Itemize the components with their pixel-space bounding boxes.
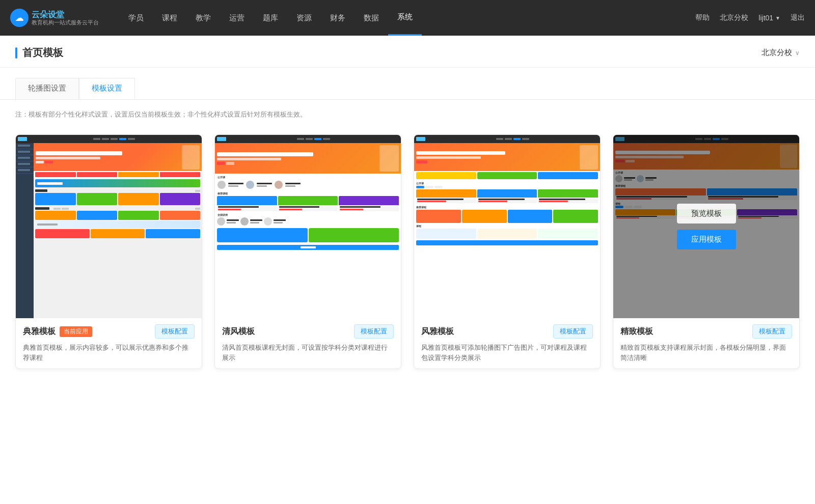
tabs-container: 轮播图设置 模板设置 — [0, 68, 815, 100]
template-card-qingfeng: 公开课 — [214, 134, 401, 369]
mock-logo — [18, 137, 27, 141]
tab-carousel[interactable]: 轮播图设置 — [15, 78, 79, 99]
template-desc-jingzhi: 精致首页模板支持课程展示封面，各模板分隔明显，界面简洁清晰 — [620, 343, 792, 362]
template-name-fengya: 风雅模板 — [421, 326, 454, 337]
template-footer-dianyan: 典雅模板 当前应用 模板配置 典雅首页模板，展示内容较多，可以展示优惠券和多个推… — [16, 318, 202, 369]
nav-item-operations[interactable]: 运营 — [220, 0, 254, 36]
user-dropdown[interactable]: lijt01 ▼ — [758, 14, 780, 22]
mock-main-content — [34, 143, 202, 318]
note-text: 注：模板有部分个性化样式设置，设置后仅当前模板生效；非个性化样式设置后针对所有模… — [0, 100, 815, 124]
preview-mockup-t1 — [16, 135, 202, 318]
template-footer-fengya: 风雅模板 模板配置 风雅首页模板可添加轮播图下广告图片，可对课程及课程包设置学科… — [414, 318, 600, 369]
tabs: 轮播图设置 模板设置 — [15, 78, 800, 99]
template-badge-dianyan: 当前应用 — [60, 326, 92, 337]
nav-menu: 学员 课程 教学 运营 题库 资源 财务 数据 系统 — [119, 0, 695, 36]
nav-item-students[interactable]: 学员 — [119, 0, 153, 36]
header-right: 帮助 北京分校 lijt01 ▼ 退出 — [695, 13, 805, 22]
mock-nav-items — [29, 138, 200, 140]
mock-nav — [16, 135, 202, 143]
template-footer-jingzhi: 精致模板 模板配置 精致首页模板支持课程展示封面，各模板分隔明显，界面简洁清晰 — [613, 318, 799, 369]
template-preview-dianyan[interactable] — [16, 135, 202, 318]
template-desc-fengya: 风雅首页模板可添加轮播图下广告图片，可对课程及课程包设置学科分类展示 — [421, 343, 593, 362]
page-title: 首页模板 — [15, 46, 63, 60]
page-header: 首页模板 北京分校 ∨ — [0, 36, 815, 68]
template-card-dianyan: 典雅模板 当前应用 模板配置 典雅首页模板，展示内容较多，可以展示优惠券和多个推… — [15, 134, 202, 369]
school-link[interactable]: 北京分校 — [720, 13, 748, 22]
help-link[interactable]: 帮助 — [695, 13, 710, 22]
template-config-btn-dianyan[interactable]: 模板配置 — [155, 324, 195, 339]
mock-logo-t2 — [217, 137, 226, 141]
tab-template[interactable]: 模板设置 — [79, 78, 135, 99]
nav-item-system[interactable]: 系统 — [388, 0, 422, 36]
template-name-row-qingfeng: 清风模板 模板配置 — [222, 324, 394, 339]
template-preview-qingfeng[interactable]: 公开课 — [215, 135, 401, 318]
template-footer-qingfeng: 清风模板 模板配置 清风首页模板课程无封面，可设置按学科分类对课程进行展示 — [215, 318, 401, 369]
mock-sidebar — [16, 143, 34, 318]
main-content: 首页模板 北京分校 ∨ 轮播图设置 模板设置 注：模板有部分个性化样式设置，设置… — [0, 36, 815, 504]
template-config-btn-fengya[interactable]: 模板配置 — [553, 324, 593, 339]
template-preview-fengya[interactable]: 公开课 — [414, 135, 600, 318]
logo[interactable]: ☁ 云朵设堂 教育机构一站式服务云平台 — [10, 9, 99, 27]
template-name-row-dianyan: 典雅模板 当前应用 模板配置 — [23, 324, 195, 339]
chevron-down-icon: ∨ — [795, 49, 800, 57]
preview-mockup-t2: 公开课 — [215, 135, 401, 318]
template-config-btn-jingzhi[interactable]: 模板配置 — [752, 324, 792, 339]
nav-item-questions[interactable]: 题库 — [254, 0, 287, 36]
logout-link[interactable]: 退出 — [791, 13, 805, 22]
overlay-preview-btn[interactable]: 预览模板 — [677, 204, 736, 223]
nav-item-teaching[interactable]: 教学 — [186, 0, 220, 36]
template-preview-jingzhi[interactable]: 公开课 — [613, 135, 799, 318]
template-config-btn-qingfeng[interactable]: 模板配置 — [354, 324, 394, 339]
school-selector[interactable]: 北京分校 ∨ — [762, 48, 800, 58]
nav-item-courses[interactable]: 课程 — [153, 0, 186, 36]
preview-mockup-t3: 公开课 — [414, 135, 600, 318]
overlay-apply-btn[interactable]: 应用模板 — [677, 230, 736, 249]
mock-logo-t3 — [416, 137, 425, 141]
header: ☁ 云朵设堂 教育机构一站式服务云平台 学员 课程 教学 运营 题库 资源 财务… — [0, 0, 815, 36]
templates-grid: 典雅模板 当前应用 模板配置 典雅首页模板，展示内容较多，可以展示优惠券和多个推… — [0, 124, 815, 389]
chevron-down-icon: ▼ — [775, 15, 780, 21]
template-name-dianyan: 典雅模板 — [23, 326, 56, 337]
nav-item-data[interactable]: 数据 — [355, 0, 388, 36]
template-overlay-jingzhi: 预览模板 应用模板 — [613, 135, 799, 318]
nav-item-finance[interactable]: 财务 — [321, 0, 355, 36]
template-card-fengya: 公开课 — [414, 134, 601, 369]
mock-nav-t3 — [414, 135, 600, 143]
logo-icon: ☁ — [10, 9, 29, 27]
template-name-jingzhi: 精致模板 — [620, 326, 653, 337]
template-name-qingfeng: 清风模板 — [222, 326, 255, 337]
mock-nav-t2 — [215, 135, 401, 143]
template-card-jingzhi: 公开课 — [613, 134, 800, 369]
template-name-row-fengya: 风雅模板 模板配置 — [421, 324, 593, 339]
template-desc-dianyan: 典雅首页模板，展示内容较多，可以展示优惠券和多个推荐课程 — [23, 343, 195, 362]
template-name-row-jingzhi: 精致模板 模板配置 — [620, 324, 792, 339]
logo-text: 云朵设堂 教育机构一站式服务云平台 — [32, 10, 99, 26]
username: lijt01 — [758, 14, 773, 22]
nav-item-resources[interactable]: 资源 — [287, 0, 321, 36]
template-desc-qingfeng: 清风首页模板课程无封面，可设置按学科分类对课程进行展示 — [222, 343, 394, 362]
